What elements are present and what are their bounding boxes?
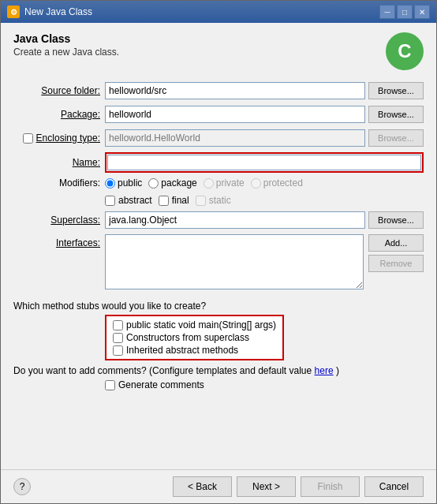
public-label: public	[118, 177, 142, 189]
protected-label: protected	[263, 177, 303, 189]
maximize-button[interactable]: □	[397, 5, 413, 19]
enclosing-type-label: Enclosing type:	[36, 133, 100, 144]
package-label: Package:	[13, 109, 100, 120]
source-folder-field: Browse...	[105, 82, 424, 99]
inherited-row: Inherited abstract methods	[113, 345, 276, 356]
source-folder-label: Source folder:	[13, 85, 100, 96]
source-folder-browse-button[interactable]: Browse...	[368, 82, 424, 99]
static-option: static	[196, 195, 231, 206]
public-radio[interactable]	[105, 178, 115, 189]
name-input[interactable]	[107, 155, 421, 170]
method-stubs-box: public static void main(String[] args) C…	[105, 315, 284, 360]
interfaces-row: Interfaces: Add... Remove	[13, 234, 424, 289]
window-title: New Java Class	[24, 6, 92, 17]
final-label: final	[172, 195, 189, 206]
remove-interface-button[interactable]: Remove	[368, 255, 424, 272]
title-bar-controls: ─ □ ✕	[379, 5, 430, 19]
name-label: Name:	[13, 157, 100, 168]
enclosing-type-checkbox[interactable]	[23, 133, 33, 144]
protected-option: protected	[251, 177, 303, 189]
generate-comments-checkbox[interactable]	[105, 380, 115, 390]
final-checkbox[interactable]	[159, 196, 169, 206]
comments-section: Do you want to add comments? (Configure …	[13, 365, 424, 390]
comments-prompt: Do you want to add comments? (Configure …	[13, 365, 424, 376]
package-input[interactable]	[105, 106, 365, 123]
source-folder-row: Source folder: Browse...	[13, 81, 424, 100]
abstract-label: abstract	[118, 195, 152, 206]
interfaces-field	[105, 234, 364, 289]
source-folder-input[interactable]	[105, 82, 365, 99]
minimize-button[interactable]: ─	[379, 5, 395, 19]
enclosing-type-row: Enclosing type: Browse...	[13, 129, 424, 147]
package-option: package	[148, 177, 196, 189]
name-field	[105, 152, 424, 173]
main-method-checkbox[interactable]	[113, 320, 123, 330]
dialog-header: Java Class Create a new Java class. C	[13, 32, 424, 70]
public-option: public	[105, 177, 142, 189]
title-bar: ⚙ New Java Class ─ □ ✕	[1, 1, 436, 23]
form-grid: Source folder: Browse... Package: Browse…	[13, 81, 424, 289]
protected-radio[interactable]	[251, 178, 261, 189]
abstract-option: abstract	[105, 195, 152, 206]
modifiers-row: Modifiers: public package private	[13, 177, 424, 206]
superclass-browse-button[interactable]: Browse...	[368, 211, 424, 229]
method-stubs-section: Which method stubs would you like to cre…	[13, 296, 424, 360]
close-button[interactable]: ✕	[414, 5, 430, 19]
interfaces-buttons: Add... Remove	[368, 234, 424, 272]
superclass-input[interactable]	[105, 211, 365, 229]
modifiers-label: Modifiers:	[13, 177, 100, 189]
static-checkbox[interactable]	[196, 196, 206, 206]
constructors-label: Constructors from superclass	[126, 332, 249, 343]
name-row: Name:	[13, 152, 424, 173]
private-option: private	[204, 177, 245, 189]
finish-button[interactable]: Finish	[301, 476, 360, 497]
abstract-checkbox[interactable]	[105, 196, 115, 206]
package-browse-button[interactable]: Browse...	[368, 106, 424, 123]
inherited-label: Inherited abstract methods	[126, 345, 238, 356]
generate-comments-label: Generate comments	[118, 379, 204, 390]
package-field: Browse...	[105, 106, 424, 123]
inherited-checkbox[interactable]	[113, 345, 123, 356]
interfaces-textarea[interactable]	[105, 234, 364, 289]
superclass-label: Superclass:	[13, 215, 100, 226]
modifiers-radio-group: public package private protected	[105, 177, 303, 189]
title-bar-left: ⚙ New Java Class	[7, 6, 92, 18]
dialog-content: Java Class Create a new Java class. C So…	[1, 23, 436, 469]
constructors-checkbox[interactable]	[113, 333, 123, 343]
new-java-class-dialog: ⚙ New Java Class ─ □ ✕ Java Class Create…	[0, 0, 437, 504]
superclass-field: Browse...	[105, 211, 424, 229]
window-icon: ⚙	[7, 6, 20, 18]
generate-comments-row: Generate comments	[105, 379, 424, 390]
main-method-label: public static void main(String[] args)	[126, 319, 276, 330]
back-button[interactable]: < Back	[173, 476, 232, 497]
footer-right: < Back Next > Finish Cancel	[173, 476, 424, 497]
cancel-button[interactable]: Cancel	[364, 476, 424, 497]
dialog-footer: ? < Back Next > Finish Cancel	[1, 469, 436, 503]
package-row: Package: Browse...	[13, 105, 424, 124]
method-stubs-label: Which method stubs would you like to cre…	[13, 301, 424, 312]
header-text: Java Class Create a new Java class.	[13, 32, 119, 58]
comments-end: )	[336, 365, 339, 376]
next-button[interactable]: Next >	[237, 476, 296, 497]
main-method-row: public static void main(String[] args)	[113, 319, 276, 330]
comments-label: Do you want to add comments? (Configure …	[13, 365, 312, 376]
dialog-subtitle: Create a new Java class.	[13, 47, 119, 58]
interfaces-label: Interfaces:	[13, 234, 100, 248]
private-label: private	[216, 177, 245, 189]
constructors-row: Constructors from superclass	[113, 332, 276, 343]
add-interface-button[interactable]: Add...	[368, 234, 424, 252]
comments-link[interactable]: here	[315, 365, 334, 376]
help-button[interactable]: ?	[13, 478, 31, 495]
enclosing-type-input[interactable]	[105, 129, 365, 147]
enclosing-type-field: Browse...	[105, 129, 424, 147]
superclass-row: Superclass: Browse...	[13, 211, 424, 230]
static-label: static	[209, 195, 231, 206]
java-icon: C	[386, 32, 424, 70]
package-radio[interactable]	[148, 178, 159, 189]
enclosing-type-browse-button[interactable]: Browse...	[368, 129, 424, 147]
dialog-title: Java Class	[13, 32, 119, 45]
package-label: package	[161, 177, 196, 189]
footer-left: ?	[13, 478, 31, 495]
final-option: final	[159, 195, 189, 206]
private-radio[interactable]	[204, 178, 214, 189]
